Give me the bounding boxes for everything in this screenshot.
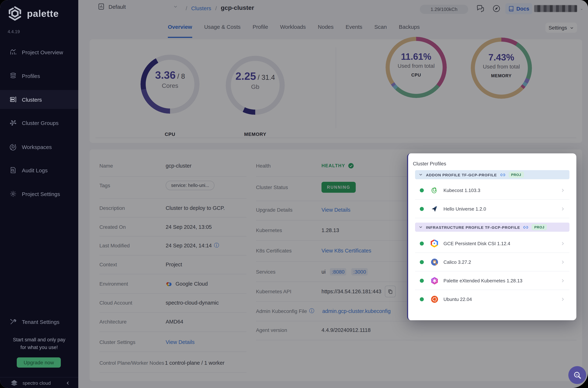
link-icon: [523, 225, 528, 230]
sidebar-item-profiles[interactable]: Profiles: [0, 66, 78, 85]
collapse-sidebar-icon[interactable]: [66, 381, 70, 385]
status-dot: [420, 241, 424, 245]
sidebar-item-project-settings[interactable]: Project Settings: [0, 184, 78, 203]
upgrade-now-button[interactable]: Upgrade now: [17, 357, 61, 368]
sidebar-item-tenant-settings[interactable]: Tenant Settings: [0, 312, 78, 331]
gce-persistent-disk-icon: [430, 239, 438, 247]
sidebar-item-clusters[interactable]: Clusters: [0, 90, 78, 109]
sidebar-item-label: Workspaces: [22, 144, 52, 150]
profile-section-name: ADDON PROFILE TF-GCP-PROFILE: [426, 172, 497, 177]
profile-pack-hello-universe[interactable]: Hello Universe 1.2.0: [415, 200, 569, 218]
tools-icon: [9, 318, 17, 325]
status-dot: [420, 188, 424, 192]
chevron-right-icon: [560, 206, 565, 211]
panel-title: Cluster Profiles: [413, 161, 446, 167]
profile-pack-kubecost[interactable]: Kubecost 1.103.3: [415, 181, 569, 200]
layers-icon: [9, 72, 17, 79]
status-dot: [420, 260, 424, 264]
upgrade-promo-text: Start small and only pay for what you us…: [0, 336, 78, 351]
profile-pack-calico[interactable]: Calico 3.27.2: [415, 253, 569, 271]
kubecost-icon: [430, 186, 438, 194]
profile-pack-palette-extended-k8s[interactable]: Palette eXtended Kubernetes 1.28.13: [415, 271, 569, 290]
palette-logo-icon: [7, 6, 23, 21]
bar-chart-icon: [9, 48, 17, 56]
spectro-cloud-wordmark: spectro cloud: [23, 380, 51, 386]
sidebar-item-label: Project Settings: [22, 191, 60, 197]
chevron-down-icon: [419, 173, 423, 177]
status-dot: [420, 279, 424, 283]
sidebar-item-project-overview[interactable]: Project Overview: [0, 43, 78, 62]
palette-extended-kubernetes-icon: [430, 276, 439, 285]
chevron-right-icon: [560, 241, 565, 246]
profile-section-addon[interactable]: ADDON PROFILE TF-GCP-PROFILE PROJ: [415, 170, 569, 179]
scope-badge: PROJ: [532, 224, 547, 230]
profile-section-infrastructure[interactable]: INFRASTRUCTURE PROFILE TF-GCP-PROFILE PR…: [415, 223, 569, 232]
sidebar-item-label: Project Overview: [22, 49, 63, 55]
sidebar: palette 4.4.19 Project Overview Profiles…: [0, 0, 78, 388]
chevron-right-icon: [560, 278, 565, 283]
pack-name: GCE Persistent Disk CSI 1.12.4: [443, 241, 510, 246]
profile-section-name: INFRASTRUCTURE PROFILE TF-GCP-PROFILE: [426, 225, 520, 229]
magnifier-smile-icon: [572, 370, 582, 380]
link-icon: [500, 172, 505, 177]
cluster-icon: [9, 96, 17, 103]
profile-pack-gce-csi[interactable]: GCE Persistent Disk CSI 1.12.4: [415, 234, 569, 253]
orbit-icon: [9, 143, 17, 150]
sidebar-item-audit-logs[interactable]: Audit Logs: [0, 161, 78, 180]
app-version: 4.4.19: [8, 29, 20, 34]
network-icon: [9, 119, 17, 126]
sidebar-item-cluster-groups[interactable]: Cluster Groups: [0, 113, 78, 132]
pack-name: Kubecost 1.103.3: [443, 187, 480, 193]
sidebar-item-workspaces[interactable]: Workspaces: [0, 137, 78, 156]
status-dot: [420, 297, 424, 301]
chevron-right-icon: [560, 260, 565, 264]
audit-log-icon: [9, 167, 17, 174]
status-dot: [420, 207, 424, 211]
sidebar-item-label: Tenant Settings: [22, 319, 60, 325]
promo-line-1: Start small and only pay: [0, 336, 78, 343]
brand-name: palette: [27, 8, 59, 19]
sidebar-item-label: Clusters: [22, 96, 42, 102]
pack-name: Palette eXtended Kubernetes 1.28.13: [443, 278, 522, 283]
screen: Default / Clusters / gcp-cluster 1.29/10…: [0, 0, 588, 388]
promo-line-2: for what you use!: [0, 343, 78, 351]
cluster-profiles-panel: Cluster Profiles ADDON PROFILE TF-GCP-PR…: [407, 153, 576, 320]
chevron-right-icon: [560, 297, 565, 301]
gear-icon: [9, 190, 17, 197]
sidebar-item-label: Audit Logs: [22, 167, 48, 173]
chevron-down-icon: [419, 225, 423, 229]
pack-name: Hello Universe 1.2.0: [443, 206, 486, 212]
profile-pack-ubuntu[interactable]: Ubuntu 22.04: [415, 290, 569, 308]
chevron-right-icon: [560, 188, 565, 193]
ubuntu-icon: [430, 295, 439, 303]
spectro-cloud-logo-icon: [9, 379, 19, 387]
pack-name: Calico 3.27.2: [443, 259, 471, 265]
scope-badge: PROJ: [508, 171, 524, 178]
pack-name: Ubuntu 22.04: [443, 296, 472, 302]
sidebar-footer: spectro cloud: [0, 377, 78, 388]
brand: palette: [7, 6, 59, 21]
sidebar-item-label: Cluster Groups: [22, 120, 59, 126]
palette-app-window: Default / Clusters / gcp-cluster 1.29/10…: [0, 0, 588, 388]
calico-icon: [430, 258, 439, 266]
sidebar-item-label: Profiles: [22, 73, 40, 79]
search-feedback-fab[interactable]: [568, 366, 586, 384]
hello-universe-icon: [430, 205, 438, 213]
